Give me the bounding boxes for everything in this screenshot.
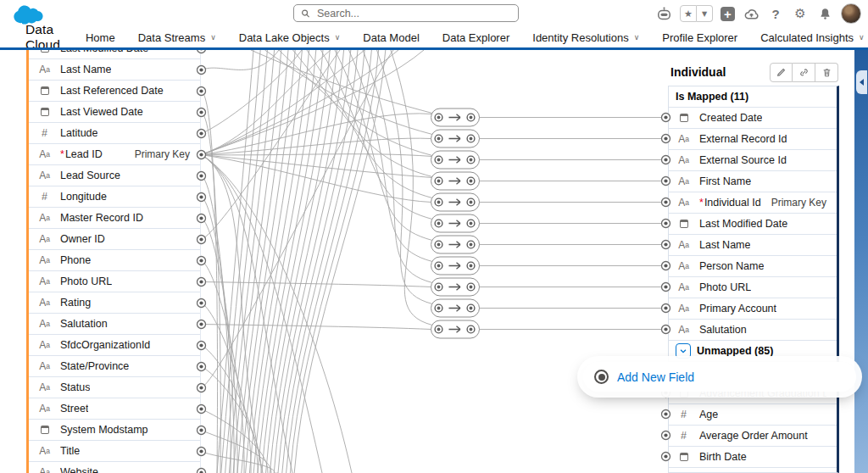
search-input[interactable]: [315, 7, 511, 20]
target-field-row[interactable]: Birth Date: [669, 447, 837, 468]
notifications-bell-icon[interactable]: [816, 5, 833, 22]
cloud-arrow-icon[interactable]: [743, 5, 760, 22]
date-field-icon: [676, 220, 691, 228]
source-field-row[interactable]: Last Referenced Date: [29, 81, 200, 102]
target-field-row[interactable]: Aa*Individual IdPrimary Key: [669, 192, 837, 214]
target-field-row[interactable]: AaExternal Source Id: [669, 150, 837, 171]
field-label: External Source Id: [699, 154, 787, 166]
mapping-node[interactable]: [431, 151, 480, 169]
text-field-icon: Aa: [676, 324, 691, 336]
link-icon[interactable]: [793, 63, 815, 82]
global-header: ★ ▼ + ? ⚙ Data Cloud HomeData Streams∨Da…: [0, 0, 868, 50]
source-field-row[interactable]: AaOwner ID: [29, 229, 200, 250]
favorites-star-icon[interactable]: ★: [680, 5, 697, 22]
mapping-node[interactable]: [431, 257, 480, 275]
mapping-node[interactable]: [431, 172, 480, 190]
target-field-row[interactable]: #Average Order Amount: [669, 426, 837, 447]
global-actions-plus-icon[interactable]: +: [721, 7, 735, 21]
source-fields-panel: Last Modified DateAaLast NameLast Refere…: [26, 38, 201, 473]
nav-item-identity-resolutions[interactable]: Identity Resolutions∨: [532, 31, 639, 44]
date-field-icon: [37, 426, 52, 434]
help-icon[interactable]: ?: [767, 5, 784, 22]
chevron-down-icon: ∨: [335, 33, 341, 42]
source-field-row[interactable]: Last Viewed Date: [29, 102, 200, 123]
target-field-row[interactable]: AaExternal Record Id: [669, 129, 837, 150]
source-field-row[interactable]: AaWebsite: [29, 462, 200, 473]
target-field-row[interactable]: AaSalutation: [669, 320, 837, 341]
source-field-row[interactable]: AaStreet: [29, 398, 200, 420]
field-label: Longitude: [60, 191, 107, 203]
nav-item-calculated-insights[interactable]: Calculated Insights∨: [760, 31, 864, 44]
source-field-row[interactable]: AaPhone: [29, 250, 200, 271]
mapping-node[interactable]: [431, 193, 480, 211]
number-field-icon: #: [676, 430, 691, 442]
favorites-dropdown-icon[interactable]: ▼: [697, 5, 713, 22]
mapping-node[interactable]: [431, 299, 480, 317]
source-field-row[interactable]: AaPhoto URL: [29, 271, 200, 292]
source-field-row[interactable]: AaSfdcOrganizationId: [29, 335, 200, 356]
target-field-row[interactable]: Created Date: [669, 108, 837, 129]
trash-icon[interactable]: [815, 63, 838, 82]
nav-item-data-explorer[interactable]: Data Explorer: [442, 31, 509, 44]
source-field-row[interactable]: #Latitude: [29, 123, 200, 144]
edit-icon[interactable]: [770, 63, 793, 82]
nav-item-data-model[interactable]: Data Model: [363, 31, 419, 44]
global-search[interactable]: [293, 4, 519, 22]
source-field-row[interactable]: Aa*Lead IDPrimary Key: [29, 144, 200, 165]
app-launcher-icon[interactable]: [10, 31, 14, 45]
text-field-icon: Aa: [676, 175, 691, 187]
source-field-row[interactable]: AaSalutation: [29, 314, 200, 335]
date-field-icon: [676, 114, 691, 122]
target-field-row[interactable]: AaLast Name: [669, 235, 837, 256]
einstein-assistant-icon[interactable]: [655, 5, 672, 22]
is-mapped-section-header[interactable]: Is Mapped (11): [669, 86, 837, 108]
collapse-section-icon[interactable]: [676, 343, 691, 359]
mapping-node[interactable]: [431, 320, 480, 338]
field-label: Salutation: [60, 318, 108, 330]
mapping-node[interactable]: [431, 214, 480, 232]
target-field-row[interactable]: #Age: [669, 404, 837, 426]
field-label: Last Name: [699, 239, 750, 251]
source-field-row[interactable]: AaLast Name: [29, 59, 200, 81]
setup-gear-icon[interactable]: ⚙: [792, 5, 809, 22]
source-field-row[interactable]: AaStatus: [29, 377, 200, 398]
source-field-row[interactable]: AaTitle: [29, 441, 200, 462]
number-field-icon: #: [676, 409, 691, 420]
avatar[interactable]: [841, 3, 861, 24]
text-field-icon: Aa: [37, 212, 52, 224]
target-field-row[interactable]: AaPrimary Account: [669, 298, 837, 320]
source-field-row[interactable]: AaMaster Record ID: [29, 208, 200, 229]
nav-item-home[interactable]: Home: [86, 31, 115, 44]
mapping-node[interactable]: [431, 109, 480, 126]
target-field-row[interactable]: AaPhoto URL: [669, 277, 837, 298]
date-field-icon: [676, 453, 691, 461]
text-field-icon: Aa: [676, 197, 691, 209]
source-field-row[interactable]: System Modstamp: [29, 420, 200, 441]
mapping-node[interactable]: [431, 278, 480, 296]
nav-item-data-streams[interactable]: Data Streams∨: [138, 31, 216, 44]
source-field-row[interactable]: #Longitude: [29, 186, 200, 208]
field-label: Rating: [60, 297, 91, 309]
nav-item-profile-explorer[interactable]: Profile Explorer: [662, 31, 737, 44]
field-label: Title: [60, 445, 80, 457]
source-field-row[interactable]: AaState/Province: [29, 356, 200, 377]
source-field-row[interactable]: AaLead Source: [29, 165, 200, 186]
text-field-icon: Aa: [37, 254, 52, 266]
target-field-row[interactable]: AaFirst Name: [669, 171, 837, 192]
search-icon: [301, 8, 310, 19]
target-field-row[interactable]: Last Modified Date: [669, 214, 837, 235]
text-field-icon: Aa: [37, 233, 52, 245]
nav-item-data-lake-objects[interactable]: Data Lake Objects∨: [239, 31, 341, 44]
target-object-actions: [770, 63, 838, 82]
field-label: Phone: [60, 254, 91, 266]
collapse-panel-handle[interactable]: [856, 70, 867, 94]
source-field-row[interactable]: AaRating: [29, 292, 200, 314]
mapping-node[interactable]: [431, 130, 480, 147]
unmapped-section-header[interactable]: Unmapped (85): [669, 341, 837, 362]
mapping-node[interactable]: [431, 236, 480, 253]
text-field-icon: Aa: [37, 318, 52, 330]
target-field-row[interactable]: AaPerson Name: [669, 256, 837, 277]
field-label: Created Date: [699, 112, 762, 124]
add-new-field-button[interactable]: Add New Field: [583, 362, 856, 392]
chevron-down-icon: ∨: [859, 33, 865, 42]
